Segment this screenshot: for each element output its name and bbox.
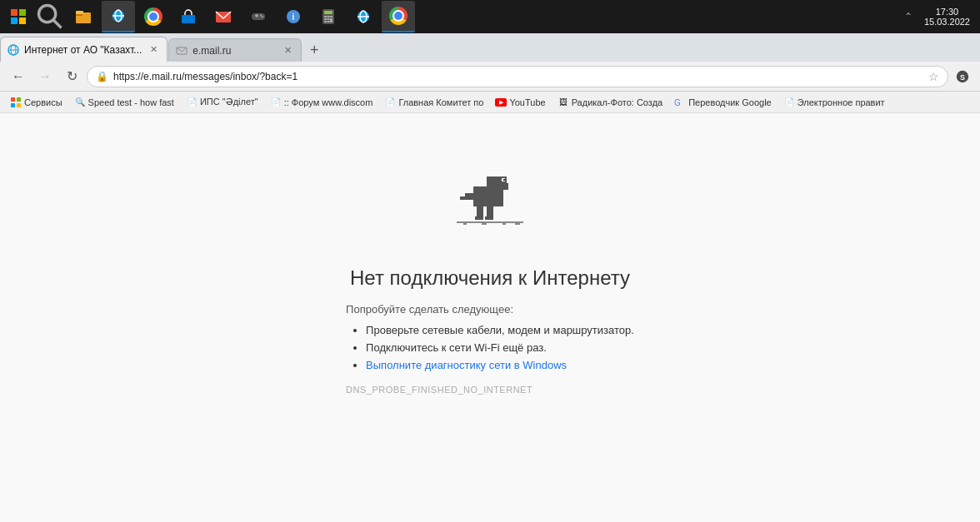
bookmark-favicon-komitet: 📄 [384, 97, 396, 108]
bookmark-translate[interactable]: G Переводчик Google [669, 95, 777, 110]
svg-rect-51 [475, 216, 483, 220]
taskbar-overflow[interactable]: ⌃ [901, 11, 916, 22]
bookmark-favicon-adilet: 📄 [186, 97, 198, 108]
bookmark-label-adilet: ИПС "Əділет" [200, 97, 258, 107]
taskbar-app7[interactable]: i [277, 1, 310, 32]
taskbar-right: 17:3015.03.2022 [918, 7, 977, 27]
svg-rect-22 [324, 18, 327, 20]
svg-rect-56 [482, 223, 487, 225]
taskbar-ie2[interactable] [347, 1, 380, 32]
address-bar[interactable]: 🔒 https://e.mail.ru/messages/inbox/?back… [87, 66, 948, 87]
bookmark-label-forum: :: Форум www.discom [284, 97, 373, 107]
svg-rect-37 [17, 97, 21, 102]
svg-rect-38 [11, 103, 15, 107]
svg-rect-36 [11, 97, 15, 102]
svg-rect-53 [493, 190, 498, 193]
svg-rect-8 [182, 15, 195, 23]
tab-close-email[interactable]: ✕ [281, 44, 294, 57]
new-tab-button[interactable]: + [302, 38, 326, 62]
bookmark-favicon-servisy [10, 97, 22, 108]
svg-rect-3 [76, 14, 82, 16]
svg-rect-45 [503, 179, 505, 181]
bookmark-label-servisy: Сервисы [24, 97, 62, 107]
error-code: DNS_PROBE_FINISHED_NO_INTERNET [346, 385, 634, 395]
taskbar-chrome2[interactable] [382, 1, 415, 32]
tab-favicon-email [176, 45, 188, 57]
taskbar: i ⌃ 17:3015.03.2022 [0, 0, 980, 33]
bookmark-label-speedtest: Speed test - how fast [88, 97, 174, 107]
back-button[interactable]: ← [7, 65, 30, 88]
bookmark-speedtest[interactable]: 🔍 Speed test - how fast [69, 95, 179, 110]
svg-rect-23 [328, 18, 330, 20]
bookmark-adilet[interactable]: 📄 ИПС "Əділет" [181, 95, 263, 110]
taskbar-chrome[interactable] [137, 1, 170, 32]
address-text: https://e.mail.ru/messages/inbox/?back=1 [113, 71, 923, 82]
taskbar-store[interactable] [172, 1, 205, 32]
dino-illustration [457, 163, 523, 233]
error-list: Проверьте сетевые кабели, модем и маршру… [346, 324, 634, 371]
svg-rect-43 [502, 183, 508, 190]
svg-rect-48 [460, 196, 467, 200]
tab-label-internet: Интернет от АО "Казахт... [24, 44, 142, 56]
taskbar-calculator[interactable] [312, 1, 345, 32]
bookmark-favicon-speedtest: 🔍 [74, 97, 86, 108]
svg-rect-4 [76, 11, 83, 14]
error-subtitle: Попробуйте сделать следующее: [346, 303, 634, 316]
svg-rect-18 [324, 11, 332, 14]
svg-rect-58 [515, 223, 520, 225]
bookmark-label-translate: Переводчик Google [688, 97, 772, 107]
svg-text:S: S [960, 72, 965, 81]
svg-rect-57 [502, 223, 506, 225]
svg-rect-20 [328, 16, 330, 17]
tab-internet[interactable]: Интернет от АО "Казахт... ✕ [0, 37, 168, 62]
bookmark-egov[interactable]: 📄 Электронное правит [778, 95, 890, 110]
bookmark-youtube[interactable]: ▶ YouTube [490, 95, 550, 110]
taskbar-ie[interactable] [102, 1, 135, 32]
tab-favicon-internet [8, 44, 19, 56]
bookmark-label-komitet: Главная Комитет по [398, 97, 483, 107]
svg-rect-49 [477, 206, 483, 218]
error-instructions: Попробуйте сделать следующее: Проверьте … [346, 303, 634, 395]
taskbar-mail[interactable] [207, 1, 240, 32]
error-bullet3-container: Выполните диагностику сети в Windows [366, 359, 634, 371]
tabs-bar: Интернет от АО "Казахт... ✕ e.mail.ru ✕ … [0, 33, 980, 62]
error-bullet2: Подключитесь к сети Wi-Fi ещё раз. [366, 341, 634, 354]
svg-rect-24 [330, 18, 332, 22]
tab-email[interactable]: e.mail.ru ✕ [168, 38, 302, 62]
lock-icon: 🔒 [96, 71, 108, 82]
browser-chrome: Интернет от АО "Казахт... ✕ e.mail.ru ✕ … [0, 33, 980, 113]
svg-rect-19 [324, 16, 327, 17]
nav-bar: ← → ↻ 🔒 https://e.mail.ru/messages/inbox… [0, 62, 980, 92]
svg-text:i: i [292, 12, 295, 22]
error-title: Нет подключения к Интернету [350, 266, 630, 290]
bookmark-forum[interactable]: 📄 :: Форум www.discom [265, 95, 378, 110]
taskbar-apps: i [67, 1, 899, 32]
tab-label-email: e.mail.ru [192, 45, 276, 57]
bookmark-radikal[interactable]: 🖼 Радикал-Фото: Созда [552, 95, 668, 110]
bookmark-favicon-translate: G [674, 97, 686, 108]
svg-line-1 [54, 21, 62, 28]
start-button[interactable] [3, 2, 33, 32]
bookmark-favicon-egov: 📄 [783, 97, 795, 108]
bookmark-favicon-forum: 📄 [270, 97, 282, 108]
extension-icon[interactable]: S [952, 66, 973, 87]
svg-rect-21 [330, 16, 332, 17]
svg-rect-54 [457, 221, 523, 223]
forward-button[interactable]: → [33, 65, 57, 88]
bookmark-servisy[interactable]: Сервисы [5, 95, 68, 110]
bookmark-komitet[interactable]: 📄 Главная Комитет по [379, 95, 488, 110]
taskbar-file-explorer[interactable] [67, 1, 100, 32]
star-icon[interactable]: ☆ [928, 70, 939, 83]
taskbar-search-button[interactable] [35, 2, 65, 32]
svg-point-14 [262, 16, 263, 17]
tab-close-internet[interactable]: ✕ [147, 43, 160, 57]
reload-button[interactable]: ↻ [60, 65, 83, 88]
taskbar-games[interactable] [242, 1, 275, 32]
page-content: Нет подключения к Интернету Попробуйте с… [0, 113, 980, 522]
bookmark-favicon-radikal: 🖼 [558, 97, 569, 108]
svg-point-0 [39, 6, 56, 22]
error-link-diagnostics[interactable]: Выполните диагностику сети в Windows [366, 359, 567, 371]
bookmarks-bar: Сервисы 🔍 Speed test - how fast 📄 ИПС "Ə… [0, 92, 980, 113]
svg-rect-12 [256, 14, 258, 17]
bookmark-favicon-youtube: ▶ [495, 97, 507, 108]
